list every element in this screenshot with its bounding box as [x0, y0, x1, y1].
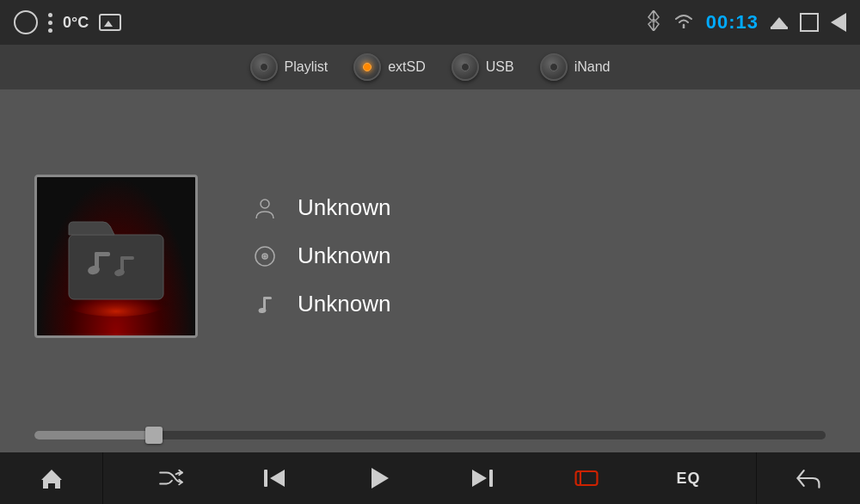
svg-marker-16	[270, 470, 285, 487]
bluetooth-icon	[646, 10, 661, 35]
temperature-display: 0°C	[63, 14, 89, 32]
svg-rect-15	[264, 470, 267, 487]
tab-indicator-playlist	[260, 63, 268, 71]
window-icon[interactable]	[800, 13, 819, 32]
gallery-icon[interactable]	[99, 14, 121, 31]
svg-rect-3	[95, 252, 110, 256]
svg-point-11	[264, 255, 266, 257]
svg-rect-13	[263, 297, 272, 299]
back-button[interactable]	[784, 458, 832, 499]
svg-rect-18	[489, 470, 493, 487]
next-button[interactable]	[458, 458, 507, 499]
prev-icon	[261, 464, 288, 492]
artist-row: Unknown	[249, 193, 826, 224]
progress-fill	[34, 431, 153, 439]
time-display: 00:13	[706, 11, 759, 34]
main-area: Playlist extSD USB iNand	[0, 45, 860, 452]
wifi-icon	[673, 13, 694, 32]
album-name: Unknown	[298, 243, 390, 269]
album-row: Unknown	[249, 241, 826, 272]
tab-extsd[interactable]: extSD	[353, 53, 426, 81]
tab-btn-playlist[interactable]	[250, 53, 278, 81]
tab-indicator-inand	[550, 63, 558, 71]
tab-label-inand: iNand	[574, 59, 611, 75]
svg-point-8	[261, 200, 269, 208]
artist-name: Unknown	[298, 194, 390, 221]
repeat-icon	[573, 464, 600, 492]
back-section	[757, 452, 860, 504]
music-folder-icon	[56, 196, 176, 317]
track-info: Unknown Unknown	[232, 193, 826, 320]
album-art	[34, 175, 198, 338]
svg-rect-6	[120, 256, 134, 260]
home-button[interactable]	[28, 458, 76, 499]
eject-icon[interactable]	[771, 17, 788, 28]
tab-inand[interactable]: iNand	[540, 53, 611, 81]
album-art-inner	[37, 177, 195, 335]
music-note-icon	[249, 289, 280, 320]
menu-dots-icon[interactable]	[48, 13, 52, 33]
artist-icon	[249, 193, 280, 224]
playback-controls: EQ	[103, 452, 757, 504]
tab-indicator-extsd	[363, 63, 372, 71]
tab-btn-extsd[interactable]	[353, 53, 381, 81]
repeat-button[interactable]	[562, 458, 611, 499]
eq-label: EQ	[677, 470, 701, 488]
tab-indicator-usb	[461, 63, 470, 71]
progress-track[interactable]	[34, 431, 826, 439]
tab-usb[interactable]: USB	[452, 53, 514, 81]
return-icon	[795, 464, 822, 492]
circle-icon	[14, 10, 38, 34]
home-section	[0, 452, 103, 504]
content-panel: Unknown Unknown	[0, 89, 860, 422]
progress-area	[0, 422, 860, 452]
home-icon	[38, 464, 65, 492]
svg-marker-19	[472, 470, 487, 487]
track-title: Unknown	[298, 291, 390, 317]
play-icon	[365, 464, 392, 492]
progress-thumb[interactable]	[145, 427, 163, 444]
tab-label-playlist: Playlist	[285, 59, 329, 75]
shuffle-button[interactable]	[148, 461, 194, 495]
svg-rect-20	[575, 471, 597, 485]
status-bar: 0°C 00:13	[0, 0, 860, 45]
svg-rect-1	[69, 235, 163, 299]
source-tabs: Playlist extSD USB iNand	[0, 45, 860, 89]
next-icon	[469, 464, 496, 492]
tab-playlist[interactable]: Playlist	[250, 53, 329, 81]
tab-btn-usb[interactable]	[452, 53, 479, 81]
shuffle-icon	[158, 468, 184, 489]
tab-btn-inand[interactable]	[540, 53, 568, 81]
back-nav-icon[interactable]	[831, 13, 846, 32]
eq-button[interactable]: EQ	[666, 463, 711, 495]
title-row: Unknown	[249, 289, 826, 320]
tab-label-extsd: extSD	[388, 59, 426, 75]
svg-marker-17	[372, 468, 389, 489]
controls-bar: EQ	[0, 452, 860, 504]
tab-label-usb: USB	[486, 59, 514, 75]
play-button[interactable]	[354, 458, 402, 499]
album-icon	[249, 241, 280, 272]
prev-button[interactable]	[250, 458, 298, 499]
